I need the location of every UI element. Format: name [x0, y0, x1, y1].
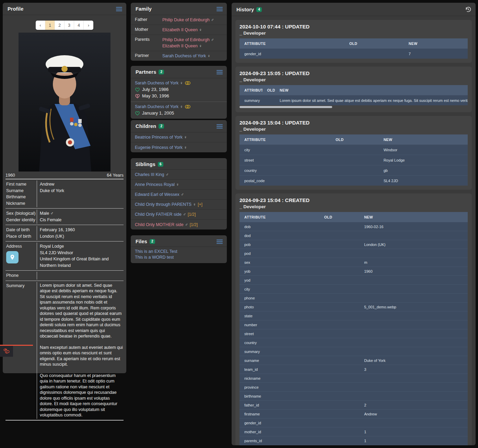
partners-menu-icon[interactable] [217, 70, 223, 74]
person-link[interactable]: Child Only MOTHER side [135, 222, 184, 227]
children-panel: Children 2 Beatrice Princess of York♀Eug… [131, 120, 227, 152]
profile-title: Profile [8, 6, 24, 12]
person: Child Only FATHER side♂[1/2] [135, 212, 196, 217]
attribute-cell: country [240, 168, 331, 173]
history-table-header: ATTRIBUTEOLDNEW [240, 134, 468, 144]
person: Sarah Duchess of York♀ [135, 104, 183, 109]
attribute-cell: province [240, 385, 319, 389]
history-table-row: team_id3 [240, 365, 468, 374]
field-label: Nickname [6, 200, 35, 207]
person-link[interactable]: Child Only FATHER side [135, 212, 182, 217]
person-link[interactable]: Philip Duke of Edinburgh [162, 17, 210, 22]
attribute-cell: street [240, 332, 319, 336]
history-table-row: summaryLorem ipsum dolor sit amet. Sed q… [240, 95, 468, 105]
pagination-page-3[interactable]: 3 [65, 21, 74, 30]
person: Anne Princess Royal♀ [135, 182, 179, 187]
history-entry-author: _ Developer [240, 31, 468, 36]
field-label: Phone [6, 272, 35, 279]
person-link[interactable]: Edward Earl of Wessex [135, 192, 179, 197]
pagination-page-1[interactable]: 1 [45, 21, 55, 30]
person-link[interactable]: Anne Princess Royal [135, 182, 175, 187]
horizontal-scrollbar-thumb[interactable] [240, 106, 332, 108]
new-value-cell: gb [379, 168, 468, 173]
field-value: Duke of York [40, 188, 123, 194]
person-link[interactable]: Elizabeth II Queen [162, 27, 198, 32]
history-table-row: dob1960-02-16 [240, 222, 468, 231]
history-table-row: nickname [240, 374, 468, 382]
new-value-cell: London (UK) [359, 243, 468, 247]
summary-paragraph: Lorem ipsum dolor sit amet. Sed quae atq… [40, 283, 123, 339]
attribute-cell: pob [240, 243, 319, 247]
person: Charles III King♂ [135, 172, 168, 177]
profile-photo[interactable] [19, 33, 110, 172]
history-table-row: pod [240, 249, 468, 258]
pagination-page-2[interactable]: 2 [55, 21, 65, 30]
relation-tag: [+] [198, 202, 202, 207]
field-value: Royal Lodge [40, 243, 123, 250]
file-row: This is a WORD test [135, 255, 223, 260]
person-link[interactable]: Eugenie Princess of York [135, 145, 183, 150]
history-table-row: sexm [240, 258, 468, 267]
attribute-cell: pod [240, 251, 319, 256]
pagination-prev-button[interactable]: ‹ [36, 21, 45, 30]
summary-paragraph: Nam excepturi autem aut eveniet autem qu… [40, 345, 123, 367]
history-table-header: ATTRIBUTEOLDNEW [240, 38, 468, 48]
history-table-row: country [240, 338, 468, 347]
laravel-debugbar-icon[interactable] [0, 346, 13, 357]
person-link[interactable]: Elizabeth II Queen [162, 44, 198, 48]
person: Elizabeth II Queen♀ [162, 27, 202, 32]
partners-panel: Partners 2 Sarah Duchess of York♀July 23… [131, 66, 227, 119]
field-value: February 16, 1960 [40, 227, 123, 233]
map-pin-button[interactable] [6, 251, 19, 263]
person-link[interactable]: Sarah Duchess of York [162, 54, 206, 58]
summary-paragraph: Quo consequatur harum et praesentium qui… [40, 373, 123, 418]
history-table-row: countrygb [240, 165, 468, 175]
person-link[interactable]: Philip Duke of Edinburgh [162, 37, 210, 42]
profile-field-group: AddressRoyal LodgeSL4 2JD WindsorUnited … [5, 241, 124, 271]
history-column-header: NEW [275, 88, 468, 92]
attribute-cell: yod [240, 278, 319, 282]
children-menu-icon[interactable] [217, 124, 223, 129]
person: Beatrice Princess of York♀ [135, 135, 187, 140]
file-link[interactable]: This is an EXCEL Test [135, 249, 177, 254]
siblings-title: Siblings [136, 162, 155, 167]
photo-pagination: ‹ 1234 › [36, 21, 93, 30]
attribute-cell: sex [240, 260, 319, 264]
history-entry: 2024-09-23 15:05 : UPDATED_ DeveloperATT… [235, 67, 472, 112]
person-link[interactable]: Child Only through PARENTS [135, 202, 191, 207]
profile-details-table: First nameSurnameBirthnameNicknameAndrew… [5, 179, 124, 421]
attribute-cell: dod [240, 234, 319, 238]
gender-icon: ♀ [180, 104, 183, 109]
history-table-row: mother_id1 [240, 427, 468, 436]
history-entry: 2024-09-23 15:04 : CREATED_ DeveloperATT… [235, 193, 472, 445]
relation-tag: [1/2] [190, 222, 198, 227]
history-table-row: cityWindsor [240, 144, 468, 155]
attribute-cell: postal_code [240, 179, 331, 183]
history-table-row: pobLondon (UK) [240, 240, 468, 249]
pagination-page-4[interactable]: 4 [74, 21, 84, 30]
person-link[interactable]: Beatrice Princess of York [135, 135, 183, 140]
attribute-cell: summary [240, 98, 263, 103]
file-row: This is an EXCEL Test [135, 249, 223, 255]
new-value-cell: m [359, 260, 468, 264]
person-link[interactable]: Sarah Duchess of York [135, 104, 178, 109]
files-panel: Files 2 This is an EXCEL TestThis is a W… [131, 235, 227, 263]
partners-title: Partners [136, 69, 156, 75]
history-column-header: ATTRIBUTE [240, 215, 319, 219]
new-value-cell: Lorem ipsum dolor sit amet. Sed quae atq… [275, 98, 468, 103]
debugbar [0, 345, 33, 357]
family-menu-icon[interactable] [217, 7, 223, 11]
person-link[interactable]: Sarah Duchess of York [135, 81, 178, 85]
attribute-cell: phone [240, 296, 319, 300]
history-panel: History 4 2024-10-10 07:44 : UPDATED_ De… [232, 3, 476, 445]
files-menu-icon[interactable] [217, 239, 223, 244]
history-clock-icon[interactable] [465, 6, 471, 13]
pagination-next-button[interactable]: › [84, 21, 93, 30]
person: Eugenie Princess of York♀ [135, 145, 187, 150]
person-link[interactable]: Charles III King [135, 172, 164, 177]
history-entry-author: _ Developer [240, 204, 468, 209]
file-link[interactable]: This is a WORD test [135, 255, 174, 260]
history-entry-heading: 2024-09-23 15:04 : CREATED [240, 197, 468, 203]
field-label: Birthname [6, 194, 35, 200]
profile-menu-icon[interactable] [116, 7, 122, 11]
